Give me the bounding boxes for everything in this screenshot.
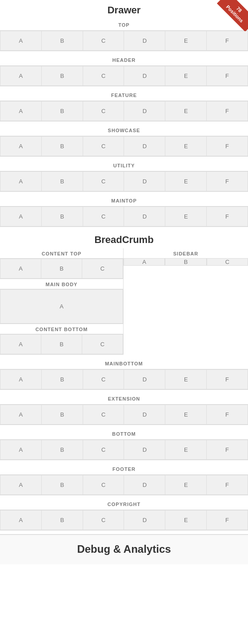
debug-section: Debug & Analytics (0, 534, 248, 564)
copyright-cell-c[interactable]: C (83, 510, 124, 530)
showcase-cell-b[interactable]: B (41, 136, 83, 156)
mainbottom-row: ABCDEF (0, 369, 248, 390)
feature-cell-e[interactable]: E (165, 101, 206, 121)
content-bottom-cell-a[interactable]: A (0, 334, 41, 354)
extension-cell-b[interactable]: B (41, 405, 83, 425)
main-body-cell-a[interactable]: A (0, 289, 123, 324)
extension-cell-f[interactable]: F (206, 405, 248, 425)
sidebar-cell-a[interactable]: A (124, 258, 165, 266)
footer-label: FOOTER (0, 463, 248, 474)
copyright-row: ABCDEF (0, 510, 248, 531)
content-bottom-cell-b[interactable]: B (41, 334, 82, 354)
extension-cell-a[interactable]: A (0, 405, 41, 425)
maintop-cell-d[interactable]: D (124, 207, 165, 227)
top-cell-e[interactable]: E (165, 31, 206, 51)
feature-cell-f[interactable]: F (206, 101, 248, 121)
header-cell-a[interactable]: A (0, 66, 41, 86)
top-cell-a[interactable]: A (0, 31, 41, 51)
bc-right: SIDEBAR ABC (124, 248, 248, 355)
bottom-label: BOTTOM (0, 428, 248, 438)
maintop-cell-c[interactable]: C (83, 207, 124, 227)
maintop-row: ABCDEF (0, 206, 248, 227)
header-label: HEADER (0, 54, 248, 65)
showcase-cell-f[interactable]: F (206, 136, 248, 156)
footer-cell-e[interactable]: E (165, 475, 206, 495)
footer-cell-a[interactable]: A (0, 475, 41, 495)
feature-cell-b[interactable]: B (41, 101, 83, 121)
maintop-cell-f[interactable]: F (206, 207, 248, 227)
drawer-title: Drawer (0, 0, 248, 19)
content-top-cell-b[interactable]: B (41, 259, 82, 279)
mainbottom-cell-c[interactable]: C (83, 369, 124, 389)
bottom-cell-f[interactable]: F (206, 440, 248, 460)
copyright-cell-b[interactable]: B (41, 510, 83, 530)
sidebar-cell-b[interactable]: B (165, 258, 206, 266)
main-body-row: A (0, 289, 123, 324)
showcase-cell-a[interactable]: A (0, 136, 41, 156)
feature-cell-c[interactable]: C (83, 101, 124, 121)
utility-cell-b[interactable]: B (41, 171, 83, 191)
utility-cell-f[interactable]: F (206, 171, 248, 191)
top-row: ABCDEF (0, 30, 248, 51)
content-top-cell-c[interactable]: C (82, 259, 123, 279)
content-bottom-cell-c[interactable]: C (82, 334, 123, 354)
top-cell-c[interactable]: C (83, 31, 124, 51)
copyright-cell-e[interactable]: E (165, 510, 206, 530)
feature-cell-a[interactable]: A (0, 101, 41, 121)
bottom-cell-e[interactable]: E (165, 440, 206, 460)
top-cell-b[interactable]: B (41, 31, 83, 51)
bottom-cell-d[interactable]: D (124, 440, 165, 460)
header-cell-b[interactable]: B (41, 66, 83, 86)
bottom-cell-b[interactable]: B (41, 440, 83, 460)
breadcrumb-section: CONTENT TOP ABC MAIN BODY A CONTENT BOTT… (0, 248, 248, 357)
utility-cell-c[interactable]: C (83, 171, 124, 191)
top-cell-d[interactable]: D (124, 31, 165, 51)
maintop-cell-e[interactable]: E (165, 207, 206, 227)
header-row: ABCDEF (0, 65, 248, 86)
utility-cell-e[interactable]: E (165, 171, 206, 191)
sidebar-cell-c[interactable]: C (207, 258, 248, 266)
showcase-label: SHOWCASE (0, 124, 248, 135)
content-top-cell-a[interactable]: A (0, 259, 41, 279)
feature-cell-d[interactable]: D (124, 101, 165, 121)
header-cell-c[interactable]: C (83, 66, 124, 86)
debug-title: Debug & Analytics (4, 543, 244, 555)
extension-cell-e[interactable]: E (165, 405, 206, 425)
bottom-row: ABCDEF (0, 439, 248, 460)
mainbottom-cell-d[interactable]: D (124, 369, 165, 389)
main-body-label: MAIN BODY (0, 279, 123, 289)
footer-cell-b[interactable]: B (41, 475, 83, 495)
bottom-cell-c[interactable]: C (83, 440, 124, 460)
top-cell-f[interactable]: F (206, 31, 248, 51)
header-cell-f[interactable]: F (206, 66, 248, 86)
mainbottom-cell-f[interactable]: F (206, 369, 248, 389)
sidebar-tall: ABC (124, 258, 248, 266)
extension-cell-c[interactable]: C (83, 405, 124, 425)
utility-cell-a[interactable]: A (0, 171, 41, 191)
copyright-cell-d[interactable]: D (124, 510, 165, 530)
mainbottom-cell-a[interactable]: A (0, 369, 41, 389)
footer-cell-c[interactable]: C (83, 475, 124, 495)
utility-cell-d[interactable]: D (124, 171, 165, 191)
maintop-cell-a[interactable]: A (0, 207, 41, 227)
maintop-cell-b[interactable]: B (41, 207, 83, 227)
copyright-cell-a[interactable]: A (0, 510, 41, 530)
feature-row: ABCDEF (0, 101, 248, 122)
mainbottom-cell-e[interactable]: E (165, 369, 206, 389)
bottom-cell-a[interactable]: A (0, 440, 41, 460)
utility-row: ABCDEF (0, 171, 248, 192)
showcase-cell-d[interactable]: D (124, 136, 165, 156)
showcase-cell-e[interactable]: E (165, 136, 206, 156)
header-cell-d[interactable]: D (124, 66, 165, 86)
extension-cell-d[interactable]: D (124, 405, 165, 425)
content-bottom-label: CONTENT BOTTOM (0, 324, 123, 334)
copyright-label: COPYRIGHT (0, 498, 248, 509)
showcase-cell-c[interactable]: C (83, 136, 124, 156)
header-cell-e[interactable]: E (165, 66, 206, 86)
footer-cell-d[interactable]: D (124, 475, 165, 495)
footer-cell-f[interactable]: F (206, 475, 248, 495)
drawer-sections: TOPABCDEFHEADERABCDEFFEATUREABCDEFSHOWCA… (0, 19, 248, 227)
mainbottom-cell-b[interactable]: B (41, 369, 83, 389)
lower-sections: MAINBOTTOMABCDEFEXTENSIONABCDEFBOTTOMABC… (0, 357, 248, 531)
copyright-cell-f[interactable]: F (206, 510, 248, 530)
